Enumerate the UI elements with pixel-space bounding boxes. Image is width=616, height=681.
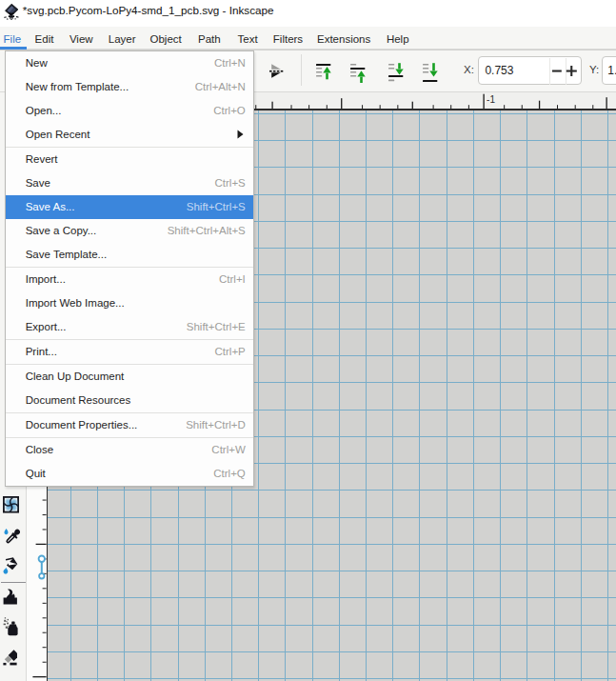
svg-text:-1: -1: [487, 94, 495, 105]
